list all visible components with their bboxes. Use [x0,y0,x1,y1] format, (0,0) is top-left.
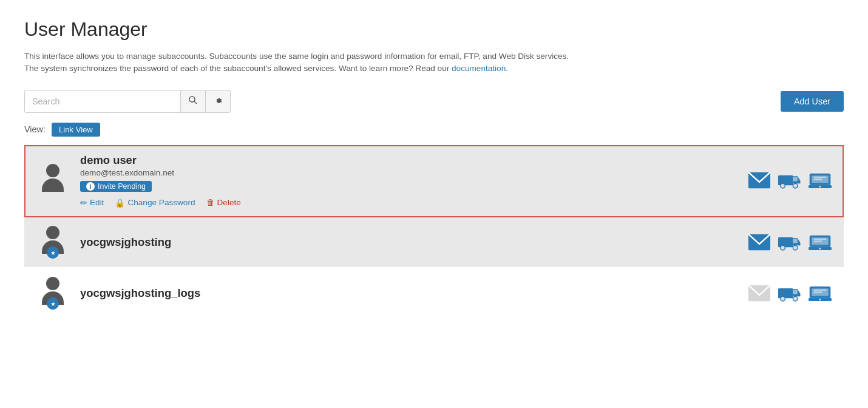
service-icons [748,169,832,192]
edit-label: Edit [90,198,104,207]
documentation-link[interactable]: documentation [452,64,506,73]
page-description: This interface allows you to manage suba… [24,50,571,75]
ftp-truck-icon [778,231,801,254]
settings-button[interactable] [205,90,230,112]
svg-rect-37 [814,291,822,293]
gear-icon [213,95,223,105]
link-view-button[interactable]: Link View [52,123,100,137]
svg-point-17 [781,245,785,250]
search-button[interactable] [180,90,205,112]
search-icon [188,95,198,105]
avatar: ★ [36,226,69,259]
user-name: yocgwsjghosting_logs [80,287,748,300]
svg-point-23 [819,247,821,249]
user-info: demo userdemo@test.exdomain.netiInvite P… [80,154,748,208]
email-icon [748,282,771,305]
edit-button[interactable]: ✏Edit [80,198,104,208]
service-icons [748,231,832,254]
svg-point-11 [819,186,821,188]
user-name: yocgwsjghosting [80,236,748,249]
add-user-button[interactable]: Add User [781,91,844,112]
avatar: ★ [36,277,69,310]
svg-rect-7 [793,177,798,182]
user-email: demo@test.exdomain.net [80,168,748,177]
svg-rect-36 [814,290,827,291]
user-actions: ✏Edit🔒Change Password🗑Delete [80,198,748,208]
service-icons [748,282,832,305]
toolbar: Add User [24,90,844,113]
star-badge: ★ [47,246,59,259]
webdisk-icon [809,231,832,254]
invite-pending-label: Invite Pending [98,182,146,191]
svg-rect-12 [814,177,827,178]
svg-point-29 [781,296,785,301]
svg-point-6 [793,184,798,189]
user-list: demo userdemo@test.exdomain.netiInvite P… [24,145,844,319]
view-label: View: [24,124,46,134]
svg-point-5 [781,184,785,189]
view-bar: View: Link View [24,123,844,137]
search-wrapper [24,90,231,113]
webdisk-icon [809,282,832,305]
ftp-truck-icon [778,169,801,192]
svg-point-35 [819,298,821,300]
change-password-button[interactable]: 🔒Change Password [115,198,195,208]
trash-icon: 🗑 [206,198,215,207]
svg-rect-31 [793,290,798,294]
email-icon [748,231,771,254]
user-row: ★yocgwsjghosting_logs [24,268,844,319]
user-info: yocgwsjghosting [80,236,748,249]
user-row: demo userdemo@test.exdomain.netiInvite P… [24,145,844,217]
svg-rect-15 [778,237,793,247]
email-icon [748,169,771,192]
delete-label: Delete [217,198,241,207]
user-info: yocgwsjghosting_logs [80,287,748,300]
invite-pending-badge: iInvite Pending [80,181,152,192]
ftp-truck-icon [778,282,801,305]
svg-line-1 [194,101,197,104]
svg-rect-27 [778,288,793,298]
user-name: demo user [80,154,748,167]
svg-rect-3 [778,175,793,186]
user-row: ★yocgwsjghosting [24,217,844,268]
lock-icon: 🔒 [115,198,125,208]
delete-button[interactable]: 🗑Delete [206,198,241,208]
svg-rect-24 [814,239,827,240]
star-badge: ★ [47,298,59,310]
svg-point-0 [189,97,195,102]
avatar [36,164,69,197]
pencil-icon: ✏ [80,198,87,208]
info-icon: i [86,182,95,191]
svg-point-18 [793,245,798,250]
webdisk-icon [809,169,832,192]
svg-rect-13 [814,179,822,180]
change-password-label: Change Password [127,198,195,207]
svg-rect-25 [814,240,822,242]
search-input[interactable] [25,92,180,111]
svg-point-30 [793,296,798,301]
svg-rect-19 [793,239,798,243]
page-title: User Manager [24,18,844,41]
